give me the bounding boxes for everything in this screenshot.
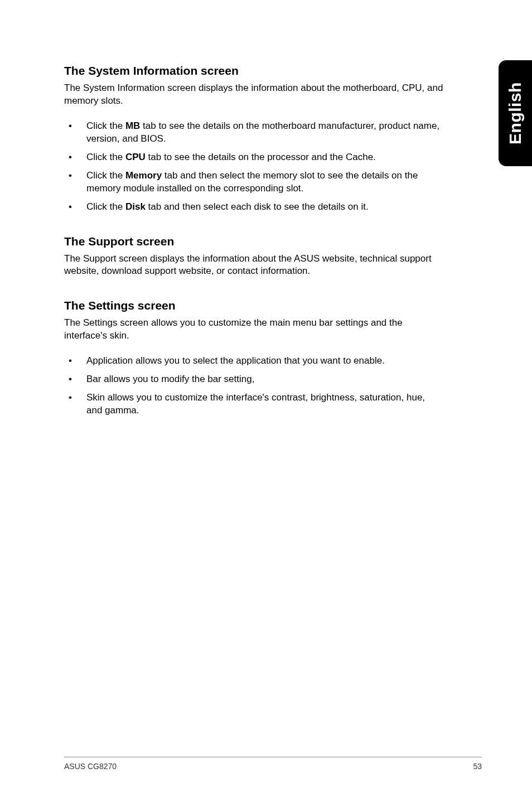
text-pre: Click the (86, 120, 125, 131)
section-support: The Support screen The Support screen di… (64, 235, 443, 278)
text-post: tab and then select each disk to see the… (146, 201, 369, 212)
language-label: English (506, 82, 525, 144)
list-item: Click the Memory tab and then select the… (64, 170, 443, 195)
bullet-list: Click the MB tab to see the details on t… (64, 120, 443, 214)
language-side-tab: English (499, 60, 532, 166)
text-pre: Click the (86, 201, 125, 212)
section-intro: The System Information screen displays t… (64, 82, 443, 108)
text-bold: Disk (125, 201, 146, 212)
footer-page-number: 53 (473, 762, 482, 771)
page-footer: ASUS CG8270 53 (64, 757, 482, 771)
text-pre: Click the (86, 152, 125, 162)
list-item: Bar allows you to modify the bar setting… (64, 373, 443, 386)
text-bold: Memory (125, 170, 162, 181)
section-system-information: The System Information screen The System… (64, 64, 443, 214)
page: English The System Information screen Th… (0, 0, 532, 802)
section-title: The Settings screen (64, 299, 443, 312)
section-title: The System Information screen (64, 64, 443, 78)
section-intro: The Support screen displays the informat… (64, 253, 443, 278)
text-bold: CPU (125, 152, 146, 162)
text-bold: MB (125, 120, 140, 131)
list-item: Click the CPU tab to see the details on … (64, 151, 443, 164)
list-item: Skin allows you to customize the interfa… (64, 392, 443, 417)
content-area: The System Information screen The System… (64, 64, 443, 417)
bullet-list: Application allows you to select the app… (64, 355, 443, 417)
footer-product: ASUS CG8270 (64, 762, 117, 771)
list-item: Application allows you to select the app… (64, 355, 443, 368)
text-post: tab to see the details on the processor … (146, 152, 376, 162)
section-intro: The Settings screen allows you to custom… (64, 317, 443, 342)
section-title: The Support screen (64, 235, 443, 248)
list-item: Click the Disk tab and then select each … (64, 201, 443, 214)
list-item: Click the MB tab to see the details on t… (64, 120, 443, 146)
section-settings: The Settings screen The Settings screen … (64, 299, 443, 417)
text-pre: Click the (86, 170, 125, 181)
